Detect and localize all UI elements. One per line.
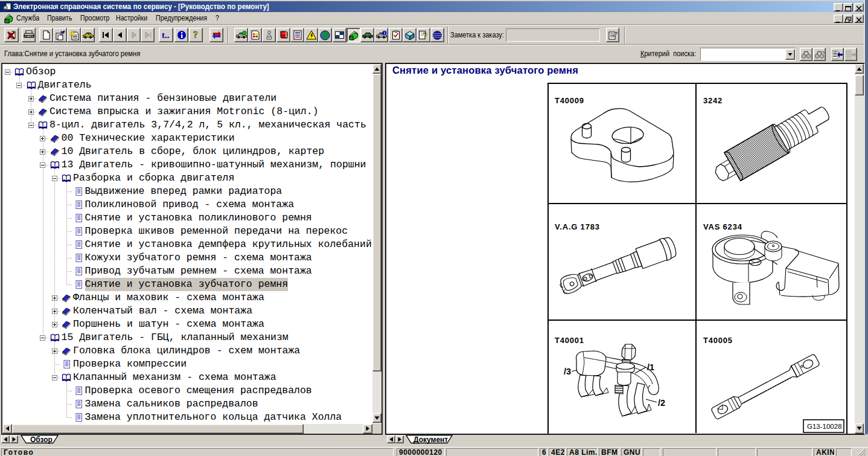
svg-text:T40009: T40009: [555, 96, 584, 105]
svg-text:?: ?: [423, 31, 427, 40]
svg-text:t..: t..: [162, 31, 170, 40]
svg-text:T40001: T40001: [555, 336, 584, 345]
svg-text:Обзор: Обзор: [30, 435, 53, 443]
svg-text:Документ: Документ: [413, 435, 448, 443]
svg-text:V.A.G 1783: V.A.G 1783: [555, 222, 600, 231]
svg-text:/3: /3: [564, 367, 571, 376]
svg-text:3242: 3242: [703, 96, 723, 105]
svg-text:G13-10028: G13-10028: [807, 423, 842, 430]
svg-text:/1: /1: [647, 362, 654, 372]
svg-text:?: ?: [193, 30, 198, 40]
svg-text:/2: /2: [658, 398, 665, 408]
svg-text:VAS 6234: VAS 6234: [703, 222, 742, 231]
svg-text:T40005: T40005: [703, 336, 733, 345]
